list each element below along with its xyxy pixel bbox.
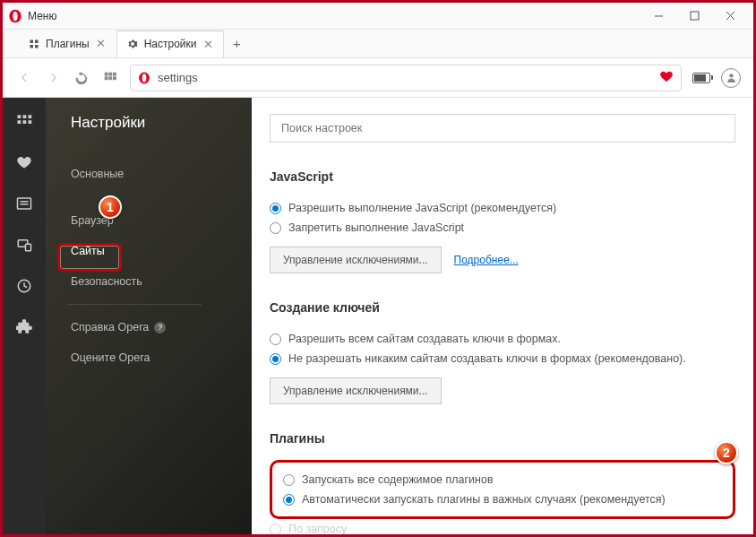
settings-search-input[interactable] [270,114,735,143]
svg-rect-11 [114,76,116,79]
section-title: Создание ключей [270,300,735,315]
main-area: Настройки Основные Браузер Сайты Безопас… [3,98,753,534]
radio-js-allow[interactable]: Разрешить выполнение JavaScript (рекомен… [270,198,735,218]
svg-rect-6 [105,73,107,75]
svg-rect-18 [18,120,21,124]
toolbar-row [3,58,753,98]
section-keygen: Создание ключей Разрешить всем сайтам со… [270,300,735,404]
sidebar-item-browser[interactable]: Браузер [71,205,252,236]
radio-icon [270,222,281,234]
radio-icon [283,474,295,486]
radio-label: Разрешить всем сайтам создавать ключи в … [288,333,561,345]
radio-js-deny[interactable]: Запретить выполнение JavaScript [270,218,735,238]
gear-icon [126,38,139,50]
section-title: JavaScript [270,169,735,184]
sidebar-title: Настройки [71,114,252,132]
opera-logo-icon [8,9,22,23]
radio-keygen-deny[interactable]: Не разрешать никаким сайтам создавать кл… [270,349,735,368]
news-icon[interactable] [15,195,33,212]
icon-sidebar [3,98,46,534]
radio-icon [270,333,281,345]
new-tab-button[interactable]: + [224,31,249,56]
radio-label: По запросу [288,523,347,534]
address-bar[interactable] [130,65,682,91]
tab-strip: Плагины ✕ Настройки ✕ + [3,30,753,58]
svg-point-13 [142,74,147,82]
sidebar-separator [67,304,202,305]
radio-plugins-request[interactable]: По запросу [270,519,735,534]
radio-plugins-all[interactable]: Запускать все содержимое плагинов [283,470,722,489]
sidebar-item-label: Справка Opera [71,321,149,333]
radio-plugins-auto[interactable]: Автоматически запускать плагины в важных… [283,489,722,509]
radio-label: Не разрешать никаким сайтам создавать кл… [288,352,686,365]
menu-button[interactable]: Меню [28,10,56,22]
svg-rect-10 [109,76,112,79]
sidebar-item-help[interactable]: Справка Opera? [71,312,252,342]
extensions-icon[interactable] [15,318,33,336]
radio-label: Разрешить выполнение JavaScript (рекомен… [288,202,556,214]
radio-icon [270,353,281,365]
reload-button[interactable] [73,69,90,87]
svg-rect-15 [18,115,21,118]
close-tab-icon[interactable]: ✕ [95,38,107,50]
speed-dial-icon[interactable] [15,112,33,130]
sidebar-item-sites[interactable]: Сайты [71,236,252,266]
tab-label: Плагины [46,38,90,50]
settings-sidebar: Настройки Основные Браузер Сайты Безопас… [46,98,252,534]
tab-settings[interactable]: Настройки ✕ [117,30,225,57]
keygen-exceptions-button[interactable]: Управление исключениями... [270,377,442,404]
sidebar-item-basic[interactable]: Основные [71,159,252,189]
window-titlebar: Меню [3,3,753,30]
marker-two: 2 [715,441,738,464]
svg-rect-9 [105,76,107,79]
svg-rect-25 [26,244,31,251]
radio-icon [270,524,281,535]
svg-rect-17 [29,115,32,118]
sidebar-item-security[interactable]: Безопасность [71,266,252,297]
js-exceptions-button[interactable]: Управление исключениями... [270,247,442,273]
address-input[interactable] [158,71,652,84]
tab-label: Настройки [144,38,197,50]
speed-dial-button[interactable] [101,69,119,87]
heart-sidebar-icon[interactable] [15,153,33,171]
plugin-icon [28,38,40,50]
radio-icon [283,494,295,506]
sidebar-item-rate[interactable]: Оцените Opera [71,342,252,373]
tab-plugins[interactable]: Плагины ✕ [19,30,117,57]
section-javascript: JavaScript Разрешить выполнение JavaScri… [270,169,735,273]
radio-keygen-allow[interactable]: Разрешить всем сайтам создавать ключи в … [270,329,735,349]
svg-rect-20 [29,120,32,124]
section-title: Плагины [270,431,735,446]
close-tab-icon[interactable]: ✕ [202,38,214,50]
svg-rect-7 [109,73,112,75]
svg-point-14 [729,74,733,77]
battery-icon [692,73,710,83]
marker-one: 1 [99,195,122,219]
opera-badge-icon [138,72,150,84]
svg-rect-8 [114,73,116,75]
radio-label: Автоматически запускать плагины в важных… [302,493,666,506]
radio-label: Запускать все содержимое плагинов [302,473,494,486]
highlight-plugins: 2 Запускать все содержимое плагинов Авто… [270,460,735,519]
history-icon[interactable] [15,277,33,295]
maximize-button[interactable] [676,4,712,29]
svg-rect-3 [691,12,699,20]
profile-button[interactable] [721,68,741,88]
svg-point-1 [13,11,17,21]
minimize-button[interactable] [640,4,676,29]
radio-icon [270,203,281,214]
bookmark-heart-icon[interactable] [659,69,674,87]
forward-button[interactable] [44,69,62,87]
svg-rect-16 [23,115,27,118]
back-button[interactable] [15,69,33,87]
js-learn-more-link[interactable]: Подробнее... [454,254,519,266]
close-window-button[interactable] [712,4,748,29]
sync-icon[interactable] [15,236,33,254]
svg-rect-19 [23,120,27,124]
help-icon: ? [154,322,166,333]
radio-label: Запретить выполнение JavaScript [288,221,464,234]
section-plugins: Плагины 2 Запускать все содержимое плаги… [270,431,735,534]
settings-content[interactable]: JavaScript Разрешить выполнение JavaScri… [252,98,753,534]
